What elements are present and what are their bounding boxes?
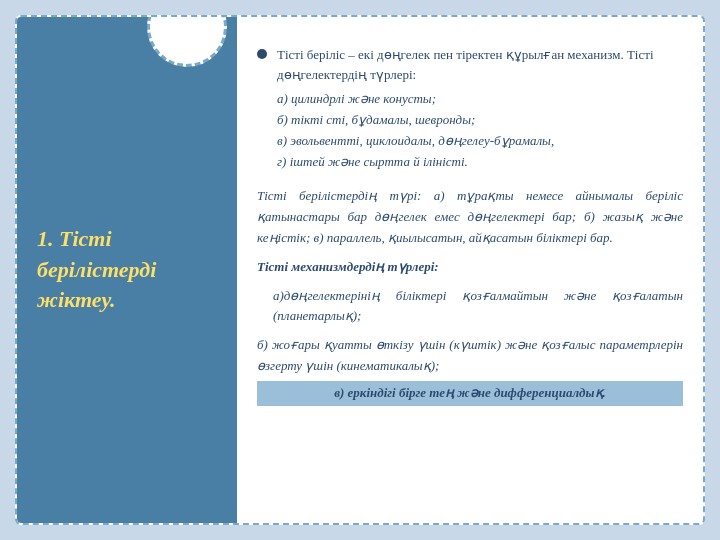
bullet-main-text: Тісті беріліс – екі дөңгелек пен тіректе… [277, 45, 683, 85]
sub-item-1: а) цилиндрлі және конусты; [277, 89, 683, 110]
right-panel: Тісті беріліс – екі дөңгелек пен тіректе… [237, 17, 703, 523]
left-panel: 1. Тісті берілістерді жіктеу. [17, 17, 237, 523]
sub-items-list: а) цилиндрлі және конусты; б) тікті сті,… [277, 89, 683, 172]
sub-item-3: в) эвольвентті, циклоидалы, дөңгелеу-бұр… [277, 131, 683, 152]
paragraph-1: Тісті берілістердің түрі: а) тұрақты нем… [257, 186, 683, 248]
bold-heading: Тісті механизмдердің түрлері: [257, 257, 683, 278]
paragraph-2a: а)дөңгелектерінің біліктері қозғалмайтын… [257, 286, 683, 328]
bullet-dot [257, 49, 267, 59]
paragraph-2c-highlight: в) еркіндігі бірге тең және дифференциал… [257, 381, 683, 406]
slide-title: 1. Тісті берілістерді жіктеу. [37, 224, 217, 316]
sub-item-4: г) іштей және сыртта й іліністі. [277, 152, 683, 173]
sub-item-2: б) тікті сті, бұдамалы, шевронды; [277, 110, 683, 131]
paragraph-2b: б) жоғары қуатты өткізу үшін (күштік) жә… [257, 335, 683, 377]
bullet-item-main: Тісті беріліс – екі дөңгелек пен тіректе… [257, 45, 683, 172]
slide-container: 1. Тісті берілістерді жіктеу. Тісті бері… [15, 15, 705, 525]
